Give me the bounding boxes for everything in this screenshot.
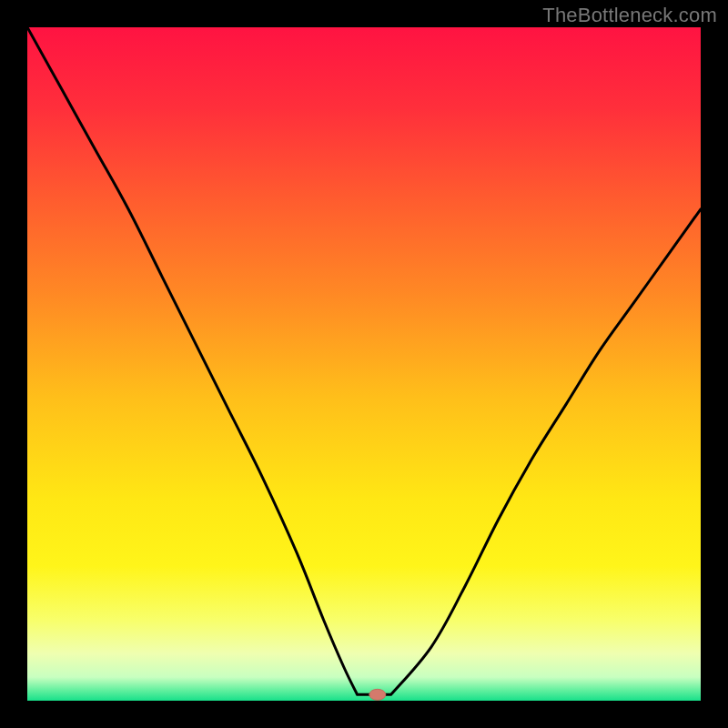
gradient-background bbox=[27, 27, 701, 701]
plot-area bbox=[27, 27, 701, 701]
watermark-text: TheBottleneck.com bbox=[542, 4, 717, 27]
bottleneck-chart bbox=[27, 27, 701, 701]
optimal-point-marker bbox=[369, 689, 386, 700]
chart-frame: TheBottleneck.com bbox=[0, 0, 728, 728]
